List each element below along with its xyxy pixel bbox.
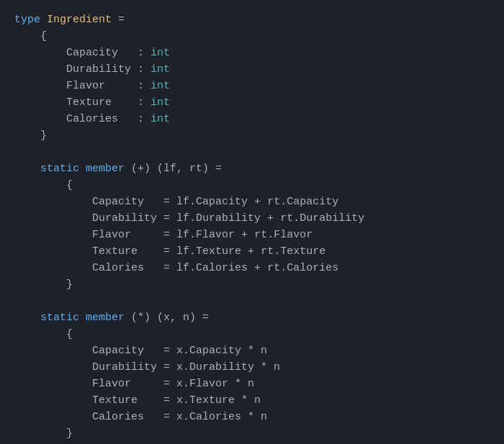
code-line: Calories = x.Calories * n [14,409,490,425]
code-line: Flavor = x.Flavor * n [14,376,490,392]
code-editor: type Ingredient = { Capacity : int Durab… [0,0,504,444]
code-line: Capacity = x.Capacity * n [14,343,490,359]
code-line: } [14,425,490,442]
code-line: Flavor = lf.Flavor + rt.Flavor [14,227,490,243]
code-line: Calories : int [14,111,490,127]
code-line [14,144,490,160]
code-line: Texture = lf.Texture + rt.Texture [14,243,490,260]
code-line: { [14,177,490,194]
code-line: Flavor : int [14,78,490,94]
code-line: Durability = x.Durability * n [14,359,490,376]
code-line: Calories = lf.Calories + rt.Calories [14,260,490,276]
code-line: Capacity = lf.Capacity + rt.Capacity [14,194,490,210]
code-line: } [14,276,490,293]
code-line [14,293,490,309]
code-line: Texture = x.Texture * n [14,392,490,409]
code-line: static member (+) (lf, rt) = [14,160,490,177]
code-line: Capacity : int [14,45,490,61]
code-line: } [14,127,490,144]
code-line: { [14,326,490,343]
code-line: Durability : int [14,61,490,78]
code-line: { [14,28,490,45]
code-line: Texture : int [14,94,490,111]
code-line: Durability = lf.Durability + rt.Durabili… [14,210,490,227]
code-line: type Ingredient = [14,12,490,28]
code-line: static member (*) (x, n) = [14,309,490,326]
